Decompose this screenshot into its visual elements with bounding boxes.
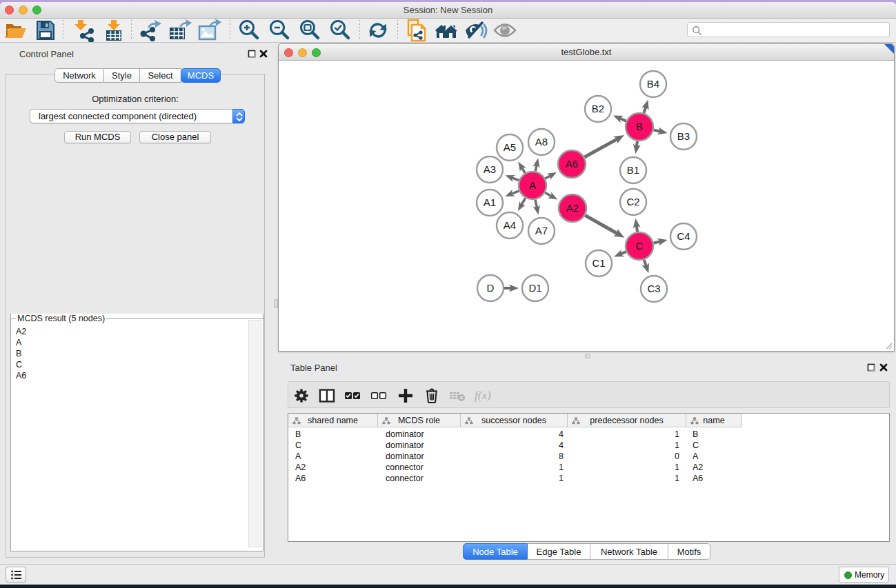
table-cell[interactable]: C: [693, 440, 743, 451]
column-header-successor-nodes[interactable]: successor nodes: [461, 414, 568, 427]
export-network-icon[interactable]: [138, 19, 163, 42]
zoom-selected-icon[interactable]: [328, 19, 352, 42]
open-file-icon[interactable]: [3, 19, 28, 42]
float-panel-icon[interactable]: [248, 50, 256, 58]
close-panel-icon[interactable]: [259, 50, 268, 58]
table-cell[interactable]: A: [295, 451, 379, 462]
column-header-MCDS-role[interactable]: MCDS role: [378, 414, 461, 427]
graph-edge-A-A4[interactable]: [521, 198, 526, 205]
save-session-icon[interactable]: [32, 19, 57, 42]
table-cell[interactable]: 1: [522, 462, 564, 473]
table-cell[interactable]: connector: [386, 462, 463, 473]
table-cell[interactable]: A2: [295, 462, 379, 473]
table-cell[interactable]: A2: [693, 462, 743, 473]
export-table-icon[interactable]: [167, 19, 192, 42]
resize-grip-icon[interactable]: [884, 341, 893, 349]
node-table[interactable]: shared nameMCDS rolesuccessor nodesprede…: [288, 413, 890, 542]
graph-edge-C-C1[interactable]: [620, 252, 626, 254]
horizontal-splitter-grip[interactable]: [585, 354, 590, 358]
mcds-result-scrollbar[interactable]: [248, 320, 261, 547]
table-cell[interactable]: 4: [522, 440, 564, 451]
table-row-A6[interactable]: A6connector11A6: [288, 473, 888, 484]
graph-edge-B-B4[interactable]: [644, 106, 646, 113]
column-header-shared-name[interactable]: shared name: [288, 414, 378, 427]
import-network-icon[interactable]: [71, 19, 96, 42]
graph-edge-A-A2[interactable]: [545, 192, 552, 196]
table-cell[interactable]: A6: [295, 473, 379, 484]
graph-edge-A2-C[interactable]: [585, 215, 617, 234]
tab-node-table[interactable]: Node Table: [463, 543, 528, 560]
control-tab-mcds[interactable]: MCDS: [181, 68, 221, 83]
run-mcds-button[interactable]: Run MCDS: [64, 131, 131, 143]
network-view-titlebar[interactable]: testGlobe.txt: [279, 44, 894, 61]
table-cell[interactable]: C: [295, 440, 379, 451]
select-all-icon[interactable]: [344, 387, 361, 404]
table-cell[interactable]: 1: [638, 462, 679, 473]
control-tab-network[interactable]: Network: [54, 68, 104, 83]
deselect-all-icon[interactable]: [370, 387, 387, 404]
mcds-result-list[interactable]: A2ABCA6: [14, 326, 248, 381]
control-tab-select[interactable]: Select: [140, 68, 181, 83]
table-cell[interactable]: B: [295, 429, 379, 440]
network-canvas[interactable]: B4B2BB3A8A5A6A3B1AA1C2A2A4A7C4CC1C3DD1: [279, 61, 894, 351]
mcds-result-item[interactable]: A2: [14, 326, 248, 337]
graph-edge-A-A7[interactable]: [535, 200, 537, 209]
table-cell[interactable]: 1: [638, 473, 679, 484]
hide-selected-icon[interactable]: [464, 19, 488, 42]
zoom-out-icon[interactable]: [267, 19, 292, 42]
tab-edge-table[interactable]: Edge Table: [528, 543, 590, 560]
zoom-fit-icon[interactable]: [297, 19, 322, 42]
table-cell[interactable]: 0: [638, 451, 679, 462]
graph-edge-C-C4[interactable]: [654, 241, 661, 243]
search-input[interactable]: [704, 23, 884, 36]
show-panels-button[interactable]: [6, 567, 26, 582]
table-cell[interactable]: B: [693, 429, 743, 440]
table-cell[interactable]: 1: [638, 429, 679, 440]
table-cell[interactable]: 1: [638, 440, 679, 451]
function-builder-icon[interactable]: f(x): [475, 387, 498, 404]
table-cell[interactable]: dominator: [386, 451, 463, 462]
criterion-select-stepper[interactable]: [232, 109, 245, 123]
control-tab-style[interactable]: Style: [104, 68, 140, 83]
column-header-name[interactable]: name: [686, 414, 742, 427]
graph-edge-C-C2[interactable]: [637, 225, 637, 232]
table-cell[interactable]: A6: [693, 473, 743, 484]
table-cell[interactable]: 4: [522, 429, 564, 440]
table-cell[interactable]: 8: [522, 451, 564, 462]
add-column-icon[interactable]: [397, 387, 414, 404]
graph-edge-A-A3[interactable]: [511, 178, 519, 181]
table-cell[interactable]: connector: [386, 473, 463, 484]
graph-edge-A-A8[interactable]: [535, 165, 537, 172]
duplicate-network-icon[interactable]: [404, 19, 429, 42]
delete-table-icon[interactable]: [449, 387, 466, 404]
graph-edge-B-B3[interactable]: [654, 130, 661, 132]
graph-edge-A-A5[interactable]: [521, 168, 525, 173]
tab-network-table[interactable]: Network Table: [590, 543, 668, 560]
graph-edge-C-C3[interactable]: [644, 260, 646, 267]
apply-layout-icon[interactable]: [366, 19, 390, 42]
table-cell[interactable]: A: [693, 451, 743, 462]
zoom-in-icon[interactable]: [237, 19, 261, 42]
delete-column-icon[interactable]: [424, 387, 440, 404]
graph-edge-A-A1[interactable]: [511, 191, 519, 194]
table-options-icon[interactable]: [293, 387, 310, 404]
table-row-A[interactable]: Adominator80A: [288, 451, 888, 462]
table-cell[interactable]: dominator: [386, 440, 463, 451]
graph-edge-B-B2[interactable]: [619, 119, 626, 121]
show-column-icon[interactable]: [319, 387, 335, 404]
show-all-icon[interactable]: [492, 19, 517, 42]
close-panel-icon[interactable]: [879, 363, 888, 372]
float-panel-icon[interactable]: [867, 363, 875, 372]
criterion-select[interactable]: largest connected component (directed): [30, 109, 245, 123]
mcds-result-item[interactable]: A: [14, 337, 248, 348]
graph-edge-A6-B[interactable]: [584, 139, 617, 157]
graph-edge-A-A6[interactable]: [545, 176, 550, 179]
table-row-C[interactable]: Cdominator41C: [288, 440, 888, 451]
table-row-A2[interactable]: A2connector11A2: [288, 462, 888, 473]
memory-button[interactable]: Memory: [839, 567, 889, 582]
close-panel-button[interactable]: Close panel: [139, 131, 211, 143]
tab-motifs[interactable]: Motifs: [668, 543, 710, 560]
first-neighbors-icon[interactable]: [434, 19, 459, 42]
table-row-B[interactable]: Bdominator41B: [288, 429, 888, 440]
mcds-result-item[interactable]: B: [14, 348, 248, 359]
